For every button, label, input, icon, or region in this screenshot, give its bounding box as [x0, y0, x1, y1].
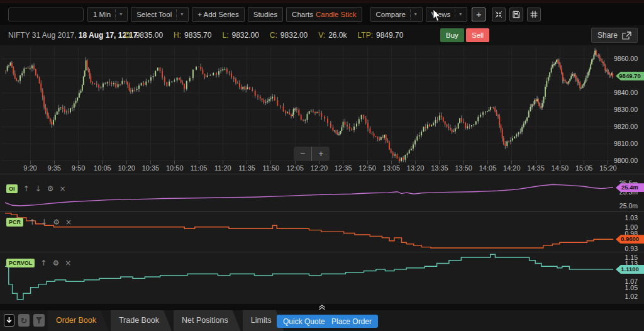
chevron-down-icon: ▾ — [410, 9, 417, 20]
panel-header-pcrvol: PCRVOL↑⚙× — [6, 259, 71, 267]
panel-down-arrow-icon[interactable]: ↓ — [41, 218, 47, 226]
chart-type-value: Candle Stick — [316, 11, 357, 18]
interval-dropdown[interactable]: 1 Min ▾ — [87, 7, 128, 22]
oi-line — [5, 184, 613, 206]
chart-region: 9:209:359:5010:0510:2010:3510:5011:0511:… — [0, 45, 644, 304]
chevron-down-icon: ▾ — [455, 9, 462, 20]
add-series-button[interactable]: + Add Series — [192, 7, 245, 22]
zoom-control: − + — [294, 147, 330, 161]
download-icon — [6, 317, 13, 324]
panel-settings-gear-icon[interactable]: ⚙ — [53, 218, 60, 226]
chart-type-button[interactable]: Charts Candle Stick — [286, 7, 362, 22]
quote-o: O:9835.00 — [125, 31, 163, 40]
filter-icon — [35, 317, 43, 324]
panel-close-x-icon[interactable]: × — [59, 185, 65, 193]
share-icon — [622, 31, 631, 40]
quote-ltp: LTP:9849.70 — [358, 31, 404, 40]
grid-icon — [530, 11, 538, 18]
panel-up-arrow-icon[interactable]: ↑ — [40, 259, 47, 267]
minimize-chart-button[interactable] — [492, 8, 506, 21]
panel-settings-gear-icon[interactable]: ⚙ — [52, 259, 59, 267]
panel-up-arrow-icon[interactable]: ↑ — [29, 218, 35, 226]
place-order-button[interactable]: Place Order — [325, 315, 378, 328]
symbol-title: NIFTY 31 Aug 2017, 18 Aug 17, 12:17 — [8, 31, 137, 40]
save-icon — [513, 11, 520, 18]
quote-v: V:26.0k — [318, 31, 347, 40]
zoom-out-button[interactable]: − — [294, 147, 311, 161]
panel-name-badge: PCR — [6, 218, 23, 227]
quote-l: L:9832.00 — [222, 31, 258, 40]
panel-up-arrow-icon[interactable]: ↑ — [23, 185, 30, 193]
chevron-down-icon: ▾ — [115, 9, 122, 20]
collapse-chevron-icon[interactable] — [318, 305, 326, 310]
pcr-line — [5, 213, 613, 248]
compare-dropdown[interactable]: Compare ▾ — [370, 7, 423, 22]
buy-button[interactable]: Buy — [440, 28, 464, 42]
panel-header-pcr: PCR↑↓⚙× — [6, 218, 72, 227]
quote-h: H:9835.70 — [174, 31, 211, 40]
refresh-icon: ↻ — [21, 316, 28, 325]
dock-collapse-strip — [0, 304, 644, 310]
share-button[interactable]: Share — [591, 28, 638, 43]
plus-icon: + — [476, 9, 482, 19]
refresh-button[interactable]: ↻ — [18, 314, 30, 327]
panel-name-badge: OI — [6, 184, 18, 193]
filter-button[interactable] — [33, 314, 45, 327]
tab-order-book[interactable]: Order Book — [48, 310, 109, 331]
quote-c: C:9832.00 — [270, 31, 308, 40]
chart-toolbar: 1 Min ▾ Select Tool ▾ + Add Series Studi… — [0, 0, 644, 25]
panel-close-x-icon[interactable]: × — [65, 218, 72, 226]
select-tool-label: Select Tool — [136, 11, 172, 18]
symbol-search-input[interactable] — [8, 8, 84, 21]
pcrvol-line — [5, 254, 613, 300]
ohlc-fields: O:9835.00H:9835.70L:9832.00C:9832.00V:26… — [125, 31, 403, 40]
panel-down-arrow-icon[interactable]: ↓ — [35, 185, 42, 193]
select-tool-dropdown[interactable]: Select Tool ▾ — [131, 7, 189, 22]
download-button[interactable] — [4, 314, 14, 327]
panel-settings-gear-icon[interactable]: ⚙ — [47, 185, 54, 193]
save-chart-button[interactable] — [509, 8, 523, 21]
panel-close-x-icon[interactable]: × — [65, 259, 71, 267]
views-dropdown[interactable]: Views ▾ — [426, 7, 467, 22]
dock-tabs: Order BookTrade BookNet PositionsLimits — [48, 310, 284, 331]
zoom-in-button[interactable]: + — [311, 147, 330, 161]
minimize-icon — [495, 11, 502, 18]
tab-net-positions[interactable]: Net Positions — [174, 310, 241, 331]
tab-trade-book[interactable]: Trade Book — [111, 310, 172, 331]
panel-name-badge: PCRVOL — [6, 259, 35, 267]
panel-header-oi: OI↑↓⚙× — [6, 184, 65, 193]
price-chart-canvas[interactable] — [0, 45, 644, 304]
quick-quote-button[interactable]: Quick Quote — [277, 315, 331, 328]
grid-layout-button[interactable] — [527, 8, 541, 21]
add-chart-button[interactable]: + — [472, 8, 486, 21]
chevron-down-icon: ▾ — [176, 9, 183, 20]
interval-label: 1 Min — [93, 11, 111, 18]
sell-button[interactable]: Sell — [466, 28, 489, 42]
studies-button[interactable]: Studies — [248, 7, 283, 22]
quote-bar: NIFTY 31 Aug 2017, 18 Aug 17, 12:17 O:98… — [0, 25, 644, 45]
